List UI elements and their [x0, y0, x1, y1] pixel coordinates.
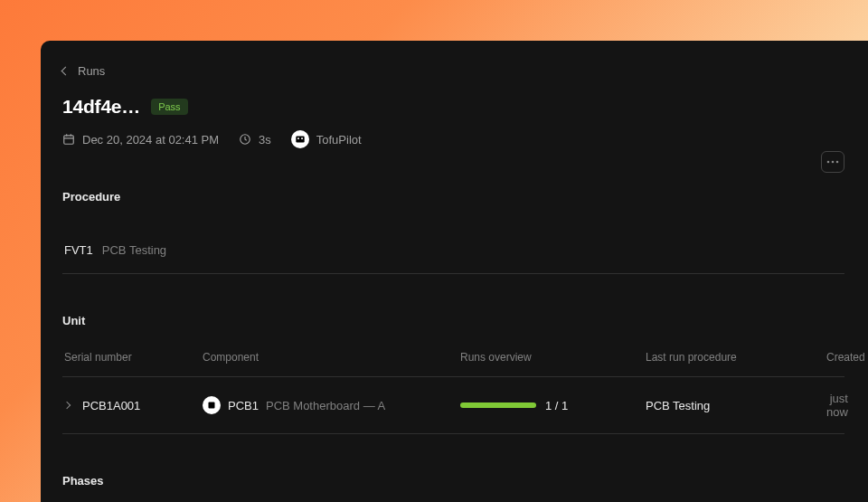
unit-table-row[interactable]: PCB1A001 PCB1 PCB Motherboard — A 1 / 1 …: [62, 377, 844, 434]
meta-datetime-text: Dec 20, 2024 at 02:41 PM: [82, 133, 219, 147]
procedure-name: PCB Testing: [102, 243, 166, 257]
svg-point-7: [836, 161, 839, 164]
meta-duration: 3s: [239, 133, 271, 147]
meta-user: TofuPilot: [291, 130, 362, 148]
chevron-left-icon: [61, 67, 71, 76]
procedure-section-title: Procedure: [62, 190, 844, 204]
unit-table-header: Serial number Component Runs overview La…: [62, 351, 844, 377]
component-desc: PCB Motherboard — A: [266, 399, 385, 412]
avatar: [291, 130, 309, 148]
unit-section: Unit Serial number Component Runs overvi…: [62, 314, 844, 434]
more-actions-button[interactable]: [821, 151, 844, 173]
runs-count: 1 / 1: [545, 399, 568, 412]
svg-rect-8: [209, 403, 215, 409]
app-panel: Runs 14df4e… Pass Dec 20, 2024 at 02:41 …: [41, 41, 868, 502]
runs-progress-bar: [460, 403, 536, 408]
component-badge-icon: [203, 396, 221, 414]
unit-header-created: Created: [826, 351, 865, 364]
unit-header-last-run: Last run procedure: [646, 351, 826, 364]
component-code: PCB1: [228, 399, 259, 412]
meta-duration-text: 3s: [259, 133, 271, 147]
clock-icon: [239, 133, 251, 146]
breadcrumb[interactable]: Runs: [62, 64, 844, 78]
svg-rect-4: [301, 137, 303, 139]
procedure-section: Procedure FVT1 PCB Testing: [62, 190, 844, 274]
unit-created: just now: [826, 392, 848, 419]
svg-point-5: [827, 161, 830, 164]
meta-user-text: TofuPilot: [316, 133, 362, 147]
phases-section: Phases Name Low limit Value High limit U…: [62, 474, 844, 502]
unit-header-serial: Serial number: [64, 351, 203, 364]
svg-rect-2: [296, 137, 304, 143]
unit-header-component: Component: [203, 351, 460, 364]
page-title: 14df4e…: [62, 96, 140, 118]
calendar-icon: [62, 133, 75, 146]
svg-rect-0: [64, 136, 74, 144]
procedure-code: FVT1: [64, 243, 93, 257]
unit-header-runs: Runs overview: [460, 351, 646, 364]
unit-last-run: PCB Testing: [646, 399, 826, 412]
svg-point-6: [832, 161, 835, 164]
procedure-row[interactable]: FVT1 PCB Testing: [62, 227, 844, 274]
chevron-right-icon[interactable]: [63, 402, 71, 409]
status-badge: Pass: [151, 99, 187, 115]
unit-serial: PCB1A001: [82, 399, 140, 412]
svg-rect-3: [297, 137, 299, 139]
phases-section-title: Phases: [62, 474, 844, 488]
meta-datetime: Dec 20, 2024 at 02:41 PM: [62, 133, 219, 147]
unit-section-title: Unit: [62, 314, 844, 327]
breadcrumb-back: Runs: [78, 64, 105, 78]
